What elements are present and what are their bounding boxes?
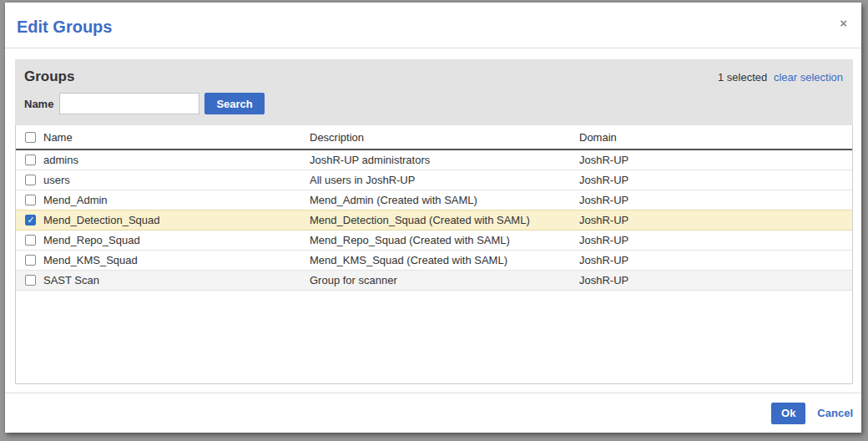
cell-domain: JoshR-UP (579, 194, 852, 206)
table-row[interactable]: Mend_Repo_Squad Mend_Repo_Squad (Created… (16, 231, 852, 251)
table-row[interactable]: users All users in JoshR-UP JoshR-UP (16, 170, 852, 190)
row-checkbox[interactable] (25, 275, 36, 286)
dialog-footer: Ok Cancel (5, 393, 861, 433)
select-all-checkbox[interactable] (25, 132, 36, 143)
cell-description: All users in JoshR-UP (310, 174, 579, 186)
dialog-title: Edit Groups (17, 17, 850, 37)
cancel-button[interactable]: Cancel (817, 407, 853, 419)
column-header-name: Name (43, 131, 310, 144)
table-header-row: Name Description Domain (16, 125, 852, 150)
column-header-domain: Domain (579, 131, 852, 144)
cell-name: users (43, 174, 310, 186)
row-checkbox[interactable] (25, 155, 36, 165)
search-row: Name Search (24, 93, 843, 114)
table-row[interactable]: Mend_Admin Mend_Admin (Created with SAML… (16, 190, 852, 210)
cell-description: Group for scanner (310, 274, 579, 286)
dialog-content: Groups 1 selected clear selection Name S… (5, 48, 861, 384)
cell-domain: JoshR-UP (579, 254, 852, 266)
row-checkbox[interactable] (25, 255, 36, 266)
cell-domain: JoshR-UP (579, 154, 852, 166)
row-checkbox[interactable] (25, 175, 36, 185)
groups-table: Name Description Domain admins JoshR-UP … (15, 125, 853, 384)
row-checkbox[interactable] (25, 195, 36, 205)
cell-name: admins (43, 154, 310, 166)
edit-groups-dialog: Edit Groups × Groups 1 selected clear se… (5, 3, 861, 433)
table-body: admins JoshR-UP administrators JoshR-UP … (16, 150, 852, 291)
name-filter-input[interactable] (59, 93, 199, 114)
search-button[interactable]: Search (204, 93, 264, 114)
table-row[interactable]: Mend_KMS_Squad Mend_KMS_Squad (Created w… (16, 251, 852, 271)
column-header-description: Description (310, 131, 579, 144)
clear-selection-link[interactable]: clear selection (774, 71, 843, 84)
cell-description: Mend_Detection_Squad (Created with SAML) (310, 214, 579, 226)
cell-domain: JoshR-UP (579, 174, 852, 186)
cell-description: JoshR-UP administrators (310, 154, 579, 166)
selection-info: 1 selected clear selection (718, 71, 843, 84)
table-row[interactable]: Mend_Detection_Squad Mend_Detection_Squa… (16, 210, 852, 231)
table-row[interactable]: admins JoshR-UP administrators JoshR-UP (16, 150, 852, 170)
cell-name: Mend_Repo_Squad (43, 234, 310, 246)
cell-description: Mend_Repo_Squad (Created with SAML) (310, 234, 579, 246)
table-row[interactable]: SAST Scan Group for scanner JoshR-UP (16, 271, 852, 291)
dialog-header: Edit Groups × (5, 3, 861, 48)
cell-name: Mend_Detection_Squad (43, 214, 310, 226)
cell-description: Mend_KMS_Squad (Created with SAML) (310, 254, 579, 266)
cell-domain: JoshR-UP (579, 214, 852, 226)
cell-domain: JoshR-UP (579, 234, 852, 246)
selected-count: 1 selected (718, 71, 767, 84)
name-filter-label: Name (24, 98, 53, 110)
close-icon[interactable]: × (840, 17, 847, 29)
ok-button[interactable]: Ok (771, 403, 805, 424)
panel-heading: Groups (24, 68, 74, 85)
row-checkbox[interactable] (25, 215, 36, 226)
groups-panel: Groups 1 selected clear selection Name S… (15, 59, 853, 125)
cell-name: Mend_KMS_Squad (43, 254, 310, 266)
cell-domain: JoshR-UP (579, 274, 852, 286)
row-checkbox[interactable] (25, 235, 36, 246)
cell-name: SAST Scan (43, 274, 310, 286)
cell-name: Mend_Admin (43, 194, 310, 206)
cell-description: Mend_Admin (Created with SAML) (310, 194, 579, 206)
